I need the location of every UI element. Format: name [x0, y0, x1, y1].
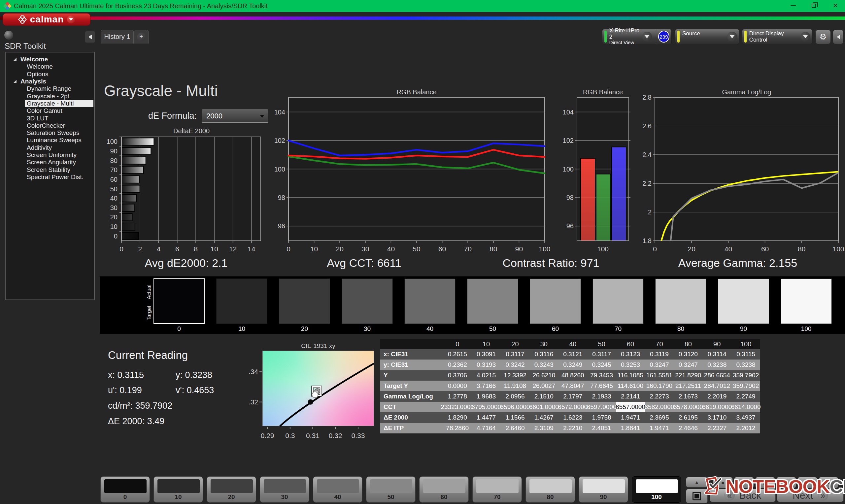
- table-cell[interactable]: 0.3091: [472, 349, 500, 360]
- table-cell[interactable]: 26.6210: [529, 370, 558, 381]
- table-cell[interactable]: 3.1710: [703, 412, 732, 423]
- table-cell[interactable]: 0.3117: [587, 349, 616, 360]
- patch-button-20[interactable]: 20: [207, 476, 256, 503]
- table-cell[interactable]: 2.2210: [559, 423, 587, 433]
- read-single-button[interactable]: ⊞: [755, 477, 775, 488]
- stop-button[interactable]: ■: [713, 477, 733, 488]
- table-cell[interactable]: 6601.0000: [529, 402, 558, 412]
- table-cell[interactable]: 3.4937: [732, 412, 760, 423]
- table-cell[interactable]: 2.3695: [645, 412, 674, 423]
- de-formula-dropdown[interactable]: 2000: [202, 109, 268, 123]
- add-tab-button[interactable]: +: [134, 30, 148, 43]
- sidebar-collapse-button[interactable]: [85, 31, 95, 42]
- patch-button-80[interactable]: 80: [526, 476, 575, 503]
- display-control-chevron-button[interactable]: [801, 32, 810, 41]
- table-cell[interactable]: 6572.0000: [559, 402, 587, 412]
- table-cell[interactable]: 116.1085: [616, 370, 645, 381]
- table-cell[interactable]: 2.3109: [529, 423, 558, 433]
- table-cell[interactable]: 1.8290: [443, 412, 472, 423]
- table-cell[interactable]: 6614.0000: [732, 402, 760, 412]
- sidebar-item-grayscale-2pt[interactable]: Grayscale - 2pt: [6, 92, 94, 100]
- table-cell[interactable]: 4.7164: [472, 423, 500, 433]
- sidebar-item-spectral-power-dist[interactable]: Spectral Power Dist.: [6, 174, 94, 181]
- table-cell[interactable]: 0.3238: [703, 360, 732, 370]
- refresh-button[interactable]: ↻: [797, 477, 817, 488]
- table-cell[interactable]: 1.4267: [529, 412, 558, 423]
- table-cell[interactable]: 6795.0000: [472, 402, 500, 412]
- table-cell[interactable]: 2.2273: [645, 391, 674, 402]
- source-dropdown[interactable]: Source: [675, 29, 739, 44]
- patch-button-50[interactable]: 50: [366, 476, 416, 503]
- table-cell[interactable]: 0.3115: [732, 349, 760, 360]
- table-cell[interactable]: 2.4051: [587, 423, 616, 433]
- patch-button-100[interactable]: 100: [632, 476, 681, 503]
- meter-chevron-button[interactable]: [642, 32, 652, 41]
- sidebar-item-color-gamut[interactable]: Color Gamut: [6, 107, 94, 114]
- table-cell[interactable]: 3.7166: [472, 381, 500, 391]
- table-cell[interactable]: 0.3114: [703, 349, 732, 360]
- table-cell[interactable]: 1.9683: [472, 391, 500, 402]
- table-cell[interactable]: 161.5581: [645, 370, 674, 381]
- sidebar-item-grayscale-multi[interactable]: Grayscale - Multi: [25, 100, 93, 107]
- sidebar-item-additivity[interactable]: Additivity: [6, 144, 94, 151]
- table-cell[interactable]: 0.3247: [674, 360, 702, 370]
- table-cell[interactable]: 0.3238: [732, 360, 760, 370]
- patch-button-10[interactable]: 10: [154, 476, 203, 503]
- table-cell[interactable]: 0.3116: [529, 349, 558, 360]
- expander-icon[interactable]: [14, 80, 17, 83]
- table-cell[interactable]: 1.2778: [443, 391, 472, 402]
- table-cell[interactable]: 0.3249: [559, 360, 587, 370]
- table-cell[interactable]: 12.3392: [501, 370, 529, 381]
- play-button[interactable]: ▶: [734, 477, 754, 488]
- table-cell[interactable]: 0.3119: [645, 349, 674, 360]
- table-cell[interactable]: 114.6100: [616, 381, 645, 391]
- back-button[interactable]: « Back: [710, 489, 776, 502]
- table-cell[interactable]: 2.1933: [587, 391, 616, 402]
- table-cell[interactable]: 1.1566: [501, 412, 529, 423]
- meter-dropdown[interactable]: X-Rite i1Pro 2 Direct View 239: [602, 29, 672, 44]
- table-cell[interactable]: 2.1797: [559, 391, 587, 402]
- table-cell[interactable]: 47.8047: [559, 381, 587, 391]
- table-cell[interactable]: 2.2749: [732, 391, 760, 402]
- table-cell[interactable]: 160.1790: [645, 381, 674, 391]
- table-cell[interactable]: 2.4646: [674, 423, 702, 433]
- table-cell[interactable]: 286.6654: [703, 370, 732, 381]
- table-cell[interactable]: 79.3453: [587, 370, 616, 381]
- table-cell[interactable]: 6619.0000: [703, 402, 732, 412]
- table-cell[interactable]: 0.3247: [645, 360, 674, 370]
- table-cell[interactable]: 0.0000: [443, 381, 472, 391]
- table-cell[interactable]: 23323.0000: [443, 402, 472, 412]
- table-cell[interactable]: 0.2362: [443, 360, 472, 370]
- table-cell[interactable]: 1.9758: [587, 412, 616, 423]
- sidebar-item-screen-angularity[interactable]: Screen Angularity: [6, 159, 94, 166]
- tree-group-analysis[interactable]: Analysis: [6, 78, 94, 85]
- restore-button[interactable]: [806, 0, 821, 11]
- calman-menu-button[interactable]: calman: [3, 13, 90, 26]
- expander-icon[interactable]: [14, 58, 17, 61]
- table-cell[interactable]: 1.6223: [559, 412, 587, 423]
- read-continuous-button[interactable]: ∞: [776, 477, 796, 488]
- source-chevron-button[interactable]: [727, 32, 737, 41]
- table-cell[interactable]: 4.0215: [472, 370, 500, 381]
- table-cell[interactable]: 217.2511: [674, 381, 702, 391]
- tree-group-welcome[interactable]: Welcome: [6, 56, 94, 63]
- table-cell[interactable]: 2.1510: [529, 391, 558, 402]
- table-cell[interactable]: 0.3253: [616, 360, 645, 370]
- table-cell[interactable]: 11.9108: [501, 381, 529, 391]
- record-button[interactable]: ●: [818, 477, 839, 488]
- table-cell[interactable]: 2.6460: [501, 423, 529, 433]
- table-cell[interactable]: 2.1673: [674, 391, 702, 402]
- table-cell[interactable]: 0.3120: [674, 349, 702, 360]
- workflow-orb-button[interactable]: [4, 31, 13, 40]
- table-cell[interactable]: 0.3706: [443, 370, 472, 381]
- table-cell[interactable]: 1.9471: [616, 412, 645, 423]
- table-cell[interactable]: 78.2860: [443, 423, 472, 433]
- table-cell[interactable]: 26.0027: [529, 381, 558, 391]
- collapse-panel-button[interactable]: [833, 30, 844, 44]
- table-cell[interactable]: 1.8841: [616, 423, 645, 433]
- patch-button-30[interactable]: 30: [260, 476, 309, 503]
- sidebar-item-options[interactable]: Options: [6, 71, 94, 78]
- table-cell[interactable]: 221.8290: [674, 370, 702, 381]
- table-cell[interactable]: 0.3242: [501, 360, 529, 370]
- sidebar-item-welcome[interactable]: Welcome: [6, 63, 94, 70]
